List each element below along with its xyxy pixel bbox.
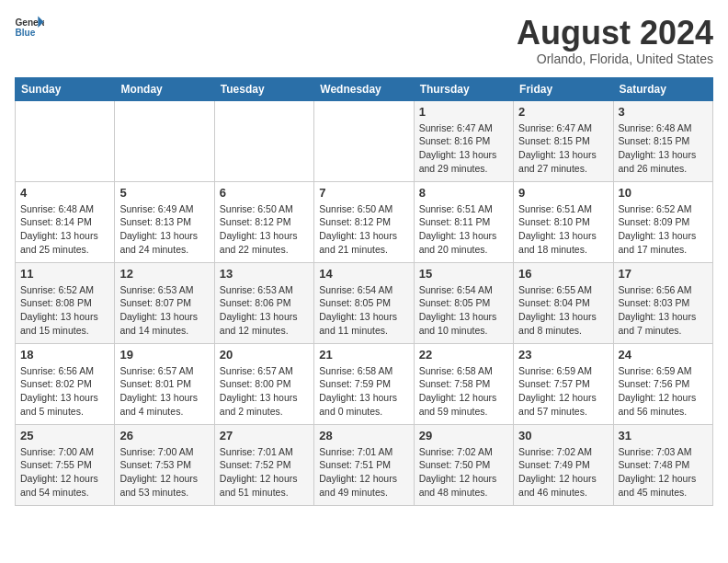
calendar-week-row: 1Sunrise: 6:47 AM Sunset: 8:16 PM Daylig…	[16, 100, 713, 181]
day-info: Sunrise: 6:52 AM Sunset: 8:08 PM Dayligh…	[20, 283, 109, 338]
table-row: 16Sunrise: 6:55 AM Sunset: 8:04 PM Dayli…	[514, 262, 613, 343]
header-friday: Friday	[514, 77, 613, 100]
day-number: 26	[119, 429, 209, 442]
logo: General Blue	[15, 15, 44, 40]
header-wednesday: Wednesday	[314, 77, 414, 100]
table-row	[214, 100, 313, 181]
table-row: 30Sunrise: 7:02 AM Sunset: 7:49 PM Dayli…	[514, 424, 613, 505]
header-thursday: Thursday	[414, 77, 513, 100]
day-number: 9	[518, 186, 608, 200]
table-row: 19Sunrise: 6:57 AM Sunset: 8:01 PM Dayli…	[115, 343, 214, 424]
table-row: 24Sunrise: 6:59 AM Sunset: 7:56 PM Dayli…	[613, 343, 712, 424]
table-row: 28Sunrise: 7:01 AM Sunset: 7:51 PM Dayli…	[314, 424, 414, 505]
day-number: 20	[220, 348, 309, 362]
day-info: Sunrise: 6:48 AM Sunset: 8:14 PM Dayligh…	[20, 202, 109, 257]
day-number: 4	[20, 186, 109, 200]
day-info: Sunrise: 6:52 AM Sunset: 8:09 PM Dayligh…	[619, 202, 708, 257]
table-row: 26Sunrise: 7:00 AM Sunset: 7:53 PM Dayli…	[115, 424, 214, 505]
page-header: General Blue August 2024 Orlando, Florid…	[15, 15, 713, 66]
day-number: 6	[220, 186, 309, 200]
table-row	[115, 100, 214, 181]
table-row: 15Sunrise: 6:54 AM Sunset: 8:05 PM Dayli…	[414, 262, 513, 343]
table-row: 12Sunrise: 6:53 AM Sunset: 8:07 PM Dayli…	[115, 262, 214, 343]
day-number: 16	[518, 267, 608, 281]
title-area: August 2024 Orlando, Florida, United Sta…	[517, 15, 713, 66]
day-number: 13	[220, 267, 309, 281]
day-number: 22	[419, 348, 508, 362]
day-info: Sunrise: 6:49 AM Sunset: 8:13 PM Dayligh…	[119, 202, 209, 257]
day-info: Sunrise: 6:54 AM Sunset: 8:05 PM Dayligh…	[419, 283, 508, 338]
table-row: 5Sunrise: 6:49 AM Sunset: 8:13 PM Daylig…	[115, 181, 214, 262]
table-row: 22Sunrise: 6:58 AM Sunset: 7:58 PM Dayli…	[414, 343, 513, 424]
table-row: 25Sunrise: 7:00 AM Sunset: 7:55 PM Dayli…	[16, 424, 115, 505]
table-row: 8Sunrise: 6:51 AM Sunset: 8:11 PM Daylig…	[414, 181, 513, 262]
day-info: Sunrise: 6:59 AM Sunset: 7:56 PM Dayligh…	[619, 364, 708, 419]
day-info: Sunrise: 7:01 AM Sunset: 7:52 PM Dayligh…	[220, 445, 309, 500]
table-row: 2Sunrise: 6:47 AM Sunset: 8:15 PM Daylig…	[514, 100, 613, 181]
day-number: 12	[119, 267, 209, 281]
day-number: 14	[319, 267, 408, 281]
svg-text:Blue: Blue	[15, 28, 35, 38]
day-number: 21	[319, 348, 408, 362]
day-info: Sunrise: 6:47 AM Sunset: 8:15 PM Dayligh…	[518, 121, 608, 176]
day-info: Sunrise: 6:53 AM Sunset: 8:07 PM Dayligh…	[119, 283, 209, 338]
day-number: 8	[419, 186, 508, 200]
day-info: Sunrise: 6:56 AM Sunset: 8:03 PM Dayligh…	[619, 283, 708, 338]
day-number: 29	[419, 429, 508, 442]
day-number: 31	[619, 429, 708, 442]
day-number: 10	[619, 186, 708, 200]
day-number: 30	[518, 429, 608, 442]
calendar-week-row: 4Sunrise: 6:48 AM Sunset: 8:14 PM Daylig…	[16, 181, 713, 262]
day-number: 17	[619, 267, 708, 281]
day-info: Sunrise: 6:57 AM Sunset: 8:00 PM Dayligh…	[220, 364, 309, 419]
header-monday: Monday	[115, 77, 214, 100]
table-row: 21Sunrise: 6:58 AM Sunset: 7:59 PM Dayli…	[314, 343, 414, 424]
header-sunday: Sunday	[16, 77, 115, 100]
table-row: 7Sunrise: 6:50 AM Sunset: 8:12 PM Daylig…	[314, 181, 414, 262]
day-info: Sunrise: 6:48 AM Sunset: 8:15 PM Dayligh…	[619, 121, 708, 176]
day-number: 24	[619, 348, 708, 362]
day-info: Sunrise: 6:54 AM Sunset: 8:05 PM Dayligh…	[319, 283, 408, 338]
table-row: 4Sunrise: 6:48 AM Sunset: 8:14 PM Daylig…	[16, 181, 115, 262]
day-number: 25	[20, 429, 109, 442]
day-info: Sunrise: 7:03 AM Sunset: 7:48 PM Dayligh…	[619, 445, 708, 500]
table-row: 18Sunrise: 6:56 AM Sunset: 8:02 PM Dayli…	[16, 343, 115, 424]
table-row: 23Sunrise: 6:59 AM Sunset: 7:57 PM Dayli…	[514, 343, 613, 424]
day-number: 1	[419, 105, 508, 119]
day-info: Sunrise: 7:02 AM Sunset: 7:50 PM Dayligh…	[419, 445, 508, 500]
table-row	[16, 100, 115, 181]
day-info: Sunrise: 6:55 AM Sunset: 8:04 PM Dayligh…	[518, 283, 608, 338]
day-info: Sunrise: 6:57 AM Sunset: 8:01 PM Dayligh…	[119, 364, 209, 419]
day-info: Sunrise: 6:53 AM Sunset: 8:06 PM Dayligh…	[220, 283, 309, 338]
day-number: 15	[419, 267, 508, 281]
day-info: Sunrise: 7:00 AM Sunset: 7:55 PM Dayligh…	[20, 445, 109, 500]
table-row: 14Sunrise: 6:54 AM Sunset: 8:05 PM Dayli…	[314, 262, 414, 343]
day-info: Sunrise: 6:47 AM Sunset: 8:16 PM Dayligh…	[419, 121, 508, 176]
calendar-title: August 2024	[517, 15, 713, 52]
day-number: 3	[619, 105, 708, 119]
day-number: 19	[119, 348, 209, 362]
header-tuesday: Tuesday	[214, 77, 313, 100]
calendar-week-row: 25Sunrise: 7:00 AM Sunset: 7:55 PM Dayli…	[16, 424, 713, 505]
table-row: 29Sunrise: 7:02 AM Sunset: 7:50 PM Dayli…	[414, 424, 513, 505]
table-row: 13Sunrise: 6:53 AM Sunset: 8:06 PM Dayli…	[214, 262, 313, 343]
day-number: 23	[518, 348, 608, 362]
day-info: Sunrise: 6:59 AM Sunset: 7:57 PM Dayligh…	[518, 364, 608, 419]
day-info: Sunrise: 6:50 AM Sunset: 8:12 PM Dayligh…	[220, 202, 309, 257]
day-info: Sunrise: 6:56 AM Sunset: 8:02 PM Dayligh…	[20, 364, 109, 419]
day-number: 28	[319, 429, 408, 442]
table-row: 1Sunrise: 6:47 AM Sunset: 8:16 PM Daylig…	[414, 100, 513, 181]
day-number: 11	[20, 267, 109, 281]
day-info: Sunrise: 6:51 AM Sunset: 8:10 PM Dayligh…	[518, 202, 608, 257]
calendar-week-row: 18Sunrise: 6:56 AM Sunset: 8:02 PM Dayli…	[16, 343, 713, 424]
table-row: 11Sunrise: 6:52 AM Sunset: 8:08 PM Dayli…	[16, 262, 115, 343]
table-row	[314, 100, 414, 181]
table-row: 27Sunrise: 7:01 AM Sunset: 7:52 PM Dayli…	[214, 424, 313, 505]
calendar-table: Sunday Monday Tuesday Wednesday Thursday…	[15, 77, 713, 506]
day-info: Sunrise: 7:00 AM Sunset: 7:53 PM Dayligh…	[119, 445, 209, 500]
table-row: 20Sunrise: 6:57 AM Sunset: 8:00 PM Dayli…	[214, 343, 313, 424]
table-row: 17Sunrise: 6:56 AM Sunset: 8:03 PM Dayli…	[613, 262, 712, 343]
table-row: 31Sunrise: 7:03 AM Sunset: 7:48 PM Dayli…	[613, 424, 712, 505]
day-number: 18	[20, 348, 109, 362]
day-number: 27	[220, 429, 309, 442]
